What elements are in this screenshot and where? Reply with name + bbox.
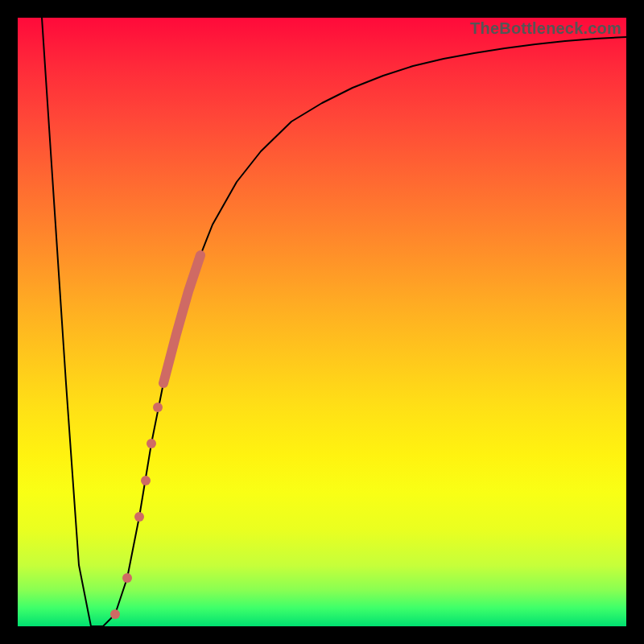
marker-thick-segment — [163, 255, 200, 383]
plot-area: TheBottleneck.com — [18, 18, 626, 626]
bottleneck-curve — [18, 18, 626, 626]
marker-dot — [153, 402, 163, 412]
marker-dot — [134, 512, 144, 522]
marker-dot — [141, 476, 151, 485]
marker-dot — [147, 439, 156, 448]
marker-dot — [122, 573, 132, 583]
marker-dot — [110, 609, 120, 619]
chart-frame: TheBottleneck.com — [0, 0, 644, 644]
curve-path — [42, 18, 626, 626]
marker-group — [110, 255, 200, 619]
